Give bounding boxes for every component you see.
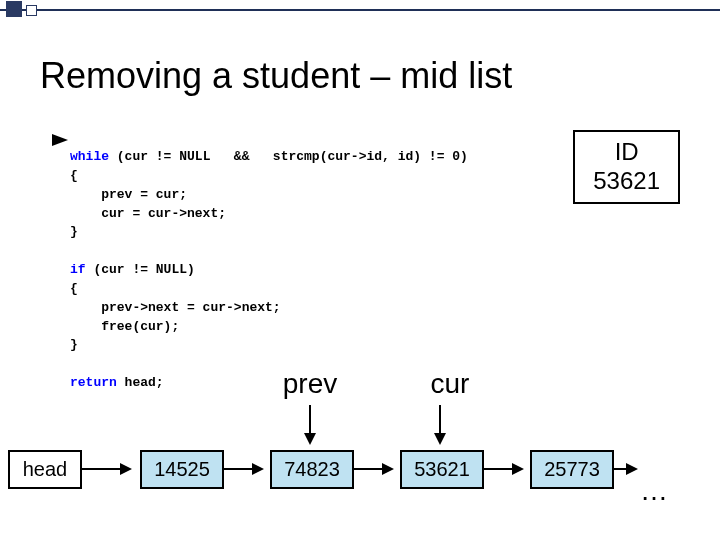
deco-square-icon — [6, 1, 22, 17]
arrow-prev-icon — [309, 405, 311, 443]
deco-square-icon — [26, 5, 37, 16]
list-node: 14525 — [140, 450, 224, 489]
keyword-return: return — [70, 375, 117, 390]
top-decoration — [0, 0, 720, 18]
link-arrow-icon — [222, 468, 262, 470]
list-node: 74823 — [270, 450, 354, 489]
slide-title: Removing a student – mid list — [40, 55, 512, 97]
list-node: 25773 — [530, 450, 614, 489]
label-cur: cur — [395, 368, 505, 400]
link-arrow-icon — [352, 468, 392, 470]
id-box-value: 53621 — [593, 167, 660, 196]
link-arrow-icon — [80, 468, 130, 470]
ellipsis: … — [640, 475, 672, 507]
arrow-cur-icon — [439, 405, 441, 443]
execution-pointer-icon — [52, 134, 68, 146]
code-block: while (cur != NULL && strcmp(cur->id, id… — [70, 148, 468, 393]
head-box: head — [8, 450, 82, 489]
list-node: 53621 — [400, 450, 484, 489]
link-arrow-icon — [612, 468, 636, 470]
link-arrow-icon — [482, 468, 522, 470]
top-rule — [0, 9, 720, 11]
label-prev: prev — [255, 368, 365, 400]
keyword-if: if — [70, 262, 86, 277]
slide: Removing a student – mid list while (cur… — [0, 0, 720, 540]
keyword-while: while — [70, 149, 109, 164]
id-box-label: ID — [593, 138, 660, 167]
id-box: ID 53621 — [573, 130, 680, 204]
